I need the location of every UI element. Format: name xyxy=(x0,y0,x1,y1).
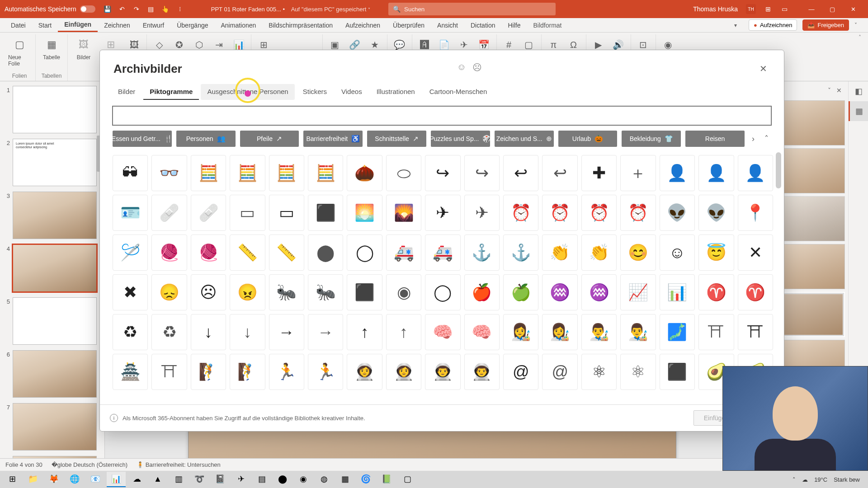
chip-pfeile[interactable]: Pfeile↗ xyxy=(240,131,299,147)
icon-yarn[interactable]: 🧶 xyxy=(151,235,187,271)
app-icon-6[interactable]: ◍ xyxy=(315,472,334,487)
icon-bandage[interactable]: 🩹 xyxy=(151,195,187,231)
ribbon-collapse-icon[interactable]: ˄ xyxy=(855,34,864,81)
icon-pagoda-outline[interactable]: ⛩ xyxy=(738,314,773,350)
icon-at-sign[interactable]: @ xyxy=(503,354,538,390)
ribbon-options-icon[interactable]: ▭ xyxy=(780,5,788,13)
icon-glasses-3d-outline[interactable]: 👓 xyxy=(151,155,187,191)
icon-farm-outline[interactable]: 🌄 xyxy=(386,195,421,231)
icon-sad-face[interactable]: 😞 xyxy=(151,274,187,310)
icon-alarm-bells-out[interactable]: ⏰ xyxy=(620,195,656,231)
icon-applause-out[interactable]: 👏 xyxy=(581,235,617,271)
icon-anchor-outline[interactable]: ⚓ xyxy=(503,235,538,271)
slide-thumb-7[interactable]: 7 xyxy=(3,403,102,450)
user-avatar[interactable]: TH xyxy=(746,4,756,14)
app-icon-4[interactable]: ▤ xyxy=(252,472,271,487)
icon-contact-card-2[interactable]: 👤 xyxy=(698,155,734,191)
icon-alien-outline[interactable]: 👽 xyxy=(698,195,734,231)
dtab-cartoon[interactable]: Cartoon-Menschen xyxy=(423,84,494,100)
tab-zeichnen[interactable]: Zeichnen xyxy=(98,19,137,32)
telegram-icon[interactable]: ✈ xyxy=(231,472,250,487)
file-explorer-icon[interactable]: 📁 xyxy=(24,472,42,487)
tray-chevron-icon[interactable]: ˄ xyxy=(793,476,796,483)
icon-arrow-curve-l[interactable]: ↩ xyxy=(503,155,538,191)
collapse-ribbon-icon[interactable]: ▾ xyxy=(734,22,743,28)
icon-arrow-curve-r2[interactable]: ↪ xyxy=(464,155,500,191)
new-slide-button[interactable]: ▢ Neue Folie xyxy=(8,37,31,67)
icon-recycle-out[interactable]: ♻ xyxy=(151,314,187,350)
chip-puzzles[interactable]: Puzzles und Sp...🎲 xyxy=(431,131,490,147)
autosave-toggle[interactable]: Automatisches Speichern xyxy=(5,5,95,13)
onenote-icon[interactable]: 📓 xyxy=(211,472,230,487)
dialog-close-button[interactable]: ✕ xyxy=(757,62,770,75)
icon-airplane-outline[interactable]: ✈ xyxy=(464,195,500,231)
slide-thumb-2[interactable]: 2Lorem ipsum dolor sit ametconsectetur a… xyxy=(3,139,102,186)
icon-antarctica[interactable]: ⬛ xyxy=(347,274,382,310)
weather-icon[interactable]: ☁ xyxy=(802,476,808,483)
weather-temp[interactable]: 19°C xyxy=(814,476,827,483)
tab-bildschirmpraesentation[interactable]: Bildschirmpräsentation xyxy=(262,19,339,32)
slide-thumb-6[interactable]: 6 xyxy=(3,350,102,398)
icon-apple[interactable]: 🍎 xyxy=(464,274,500,310)
start-button[interactable]: ⊞ xyxy=(3,472,22,487)
search-input[interactable] xyxy=(404,6,551,13)
icon-astronaut-m[interactable]: 👨‍🚀 xyxy=(425,354,460,390)
dtab-stickers[interactable]: Stickers xyxy=(297,84,333,100)
icon-arrow-up-thin[interactable]: ↑ xyxy=(386,314,421,350)
document-title[interactable]: PPT 01 Roter Faden 005... • Auf "diesem … xyxy=(211,6,370,13)
icon-ant-outline[interactable]: 🐜 xyxy=(308,274,343,310)
pane-close-icon[interactable]: ✕ xyxy=(836,87,842,94)
icon-yarn-outline[interactable]: 🧶 xyxy=(191,235,226,271)
app-icon-8[interactable]: ▢ xyxy=(398,472,417,487)
tab-uebergaenge[interactable]: Übergänge xyxy=(170,19,214,32)
app-icon-1[interactable]: ☁ xyxy=(127,472,146,487)
undo-icon[interactable]: ↶ xyxy=(118,5,126,13)
icon-sad-outline[interactable]: ☹ xyxy=(191,274,226,310)
icon-ambulance-out[interactable]: 🚑 xyxy=(425,235,460,271)
icon-ambulance[interactable]: 🚑 xyxy=(386,235,421,271)
icon-atom[interactable]: ⚛ xyxy=(581,354,617,390)
icon-applause[interactable]: 👏 xyxy=(542,235,577,271)
icon-aries-outline[interactable]: ♈ xyxy=(738,274,773,310)
search-box[interactable]: 🔍 xyxy=(388,3,556,15)
tab-hilfe[interactable]: Hilfe xyxy=(501,19,527,32)
icon-contact-card-3[interactable]: 👤 xyxy=(738,155,773,191)
icon-grid[interactable]: 🕶👓🧮🧮🧮🧮🌰⬭↪↪↩↩✚＋👤👤👤🪪🩹🩹▭▭⬛🌅🌄✈✈⏰⏰⏰⏰👽👽📍🪡🧶🧶📏📏⬤… xyxy=(100,152,784,404)
icon-needle-thread[interactable]: 🪡 xyxy=(113,235,148,271)
icon-compress[interactable]: ✕ xyxy=(738,235,773,271)
tab-animationen[interactable]: Animationen xyxy=(215,19,263,32)
icon-farm-sun[interactable]: 🌅 xyxy=(347,195,382,231)
icon-arrow-right[interactable]: → xyxy=(269,314,304,350)
icon-chart-up[interactable]: 📈 xyxy=(620,274,656,310)
icon-australia[interactable]: ⬛ xyxy=(660,354,695,390)
icon-artist-f[interactable]: 👩‍🎨 xyxy=(503,314,538,350)
chip-schnittstelle[interactable]: Schnittstelle↗ xyxy=(367,131,426,147)
icon-board-2[interactable]: ▭ xyxy=(269,195,304,231)
chip-urlaub[interactable]: Urlaub🎃 xyxy=(558,131,618,147)
side-tool-1-icon[interactable]: ◧ xyxy=(849,81,868,101)
icon-asia-map[interactable]: 🗾 xyxy=(660,314,695,350)
icon-apple-outline[interactable]: 🍏 xyxy=(503,274,538,310)
icon-arrow-up[interactable]: ↑ xyxy=(347,314,382,350)
icon-plus-bold[interactable]: ✚ xyxy=(581,155,617,191)
qat-more-icon[interactable]: ⁝ xyxy=(176,5,184,13)
icon-astronaut-f-out[interactable]: 👩‍🚀 xyxy=(386,354,421,390)
chip-essen[interactable]: Essen und Getr...🍴 xyxy=(113,131,172,147)
icon-button-solid[interactable]: ⬤ xyxy=(308,235,343,271)
side-tool-designer-icon[interactable]: ▦ xyxy=(849,101,868,121)
icon-aperture[interactable]: ◉ xyxy=(386,274,421,310)
icon-compress-out[interactable]: ✖ xyxy=(113,274,148,310)
slide-thumbnails-pane[interactable]: 1 2Lorem ipsum dolor sit ametconsectetur… xyxy=(0,81,105,474)
icon-acorn[interactable]: 🌰 xyxy=(347,155,382,191)
tab-datei[interactable]: Datei xyxy=(5,19,32,32)
icon-angry-face[interactable]: 😠 xyxy=(230,274,265,310)
user-name[interactable]: Thomas Hruska xyxy=(693,5,738,13)
record-button[interactable]: Aufzeichnen xyxy=(749,19,797,31)
grid-scrollbar-thumb[interactable] xyxy=(776,152,781,188)
outlook-icon[interactable]: 📧 xyxy=(86,472,105,487)
chip-barrierefreiheit[interactable]: Barrierefreiheit♿ xyxy=(303,131,363,147)
dtab-illustrationen[interactable]: Illustrationen xyxy=(370,84,421,100)
chip-zeichen[interactable]: Zeichen und S...⊕ xyxy=(495,131,554,147)
icon-abacus-3[interactable]: 🧮 xyxy=(269,155,304,191)
icon-glasses-3d[interactable]: 🕶 xyxy=(113,155,148,191)
